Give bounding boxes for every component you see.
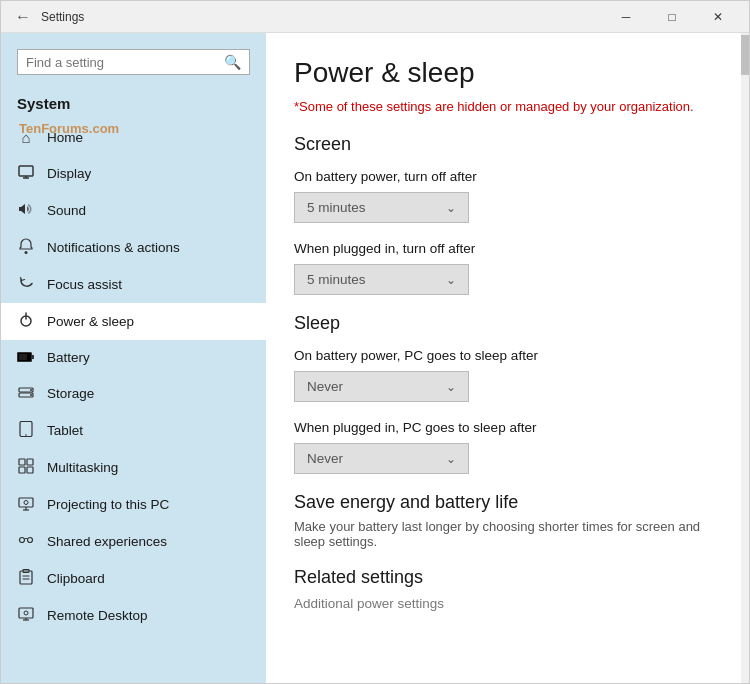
sidebar-item-projecting[interactable]: Projecting to this PC [1, 486, 266, 523]
org-warning: *Some of these settings are hidden or ma… [294, 99, 713, 114]
window-title: Settings [41, 10, 603, 24]
battery-icon [17, 349, 35, 366]
save-energy-section: Save energy and battery life Make your b… [294, 492, 713, 549]
svg-rect-15 [19, 459, 25, 465]
battery-sleep-dropdown[interactable]: Never ⌄ [294, 371, 469, 402]
sidebar-item-display[interactable]: Display [1, 155, 266, 192]
sidebar-item-clipboard[interactable]: Clipboard [1, 560, 266, 597]
search-icon: 🔍 [224, 54, 241, 70]
sidebar-item-storage-label: Storage [47, 386, 94, 401]
svg-rect-16 [27, 459, 33, 465]
screen-section-title: Screen [294, 134, 713, 155]
svg-rect-17 [19, 467, 25, 473]
plugged-sleep-label: When plugged in, PC goes to sleep after [294, 420, 713, 435]
shared-icon [17, 532, 35, 551]
page-title: Power & sleep [294, 57, 713, 89]
svg-rect-19 [19, 498, 33, 507]
plugged-sleep-arrow: ⌄ [446, 452, 456, 466]
focus-icon [17, 275, 35, 294]
settings-window: ← Settings ─ □ ✕ TenForums.com 🔍 System … [0, 0, 750, 684]
sidebar-item-notifications[interactable]: Notifications & actions [1, 229, 266, 266]
svg-rect-0 [19, 166, 33, 176]
minimize-button[interactable]: ─ [603, 1, 649, 33]
display-icon [17, 164, 35, 183]
sidebar-item-shared[interactable]: Shared experiences [1, 523, 266, 560]
main-content: Power & sleep *Some of these settings ar… [266, 33, 741, 683]
sidebar-item-battery-label: Battery [47, 350, 90, 365]
sidebar-section-label: System [1, 95, 266, 120]
svg-point-11 [30, 389, 32, 391]
sidebar-item-remote[interactable]: Remote Desktop [1, 597, 266, 634]
plugged-sleep-dropdown[interactable]: Never ⌄ [294, 443, 469, 474]
battery-screen-arrow: ⌄ [446, 201, 456, 215]
svg-point-23 [20, 538, 25, 543]
sidebar-item-tablet-label: Tablet [47, 423, 83, 438]
search-input[interactable] [26, 55, 224, 70]
scrollbar-thumb[interactable] [741, 35, 749, 75]
sidebar: TenForums.com 🔍 System ⌂ Home Display [1, 33, 266, 683]
sidebar-item-power[interactable]: Power & sleep [1, 303, 266, 340]
storage-icon [17, 384, 35, 403]
battery-screen-value: 5 minutes [307, 200, 366, 215]
svg-rect-29 [19, 608, 33, 618]
sidebar-item-remote-label: Remote Desktop [47, 608, 148, 623]
plugged-sleep-value: Never [307, 451, 343, 466]
sidebar-header: 🔍 [1, 33, 266, 95]
battery-screen-dropdown[interactable]: 5 minutes ⌄ [294, 192, 469, 223]
related-title: Related settings [294, 567, 713, 588]
sound-icon [17, 201, 35, 220]
sidebar-item-display-label: Display [47, 166, 91, 181]
sidebar-item-sound[interactable]: Sound [1, 192, 266, 229]
title-bar: ← Settings ─ □ ✕ [1, 1, 749, 33]
svg-point-3 [25, 251, 28, 254]
battery-sleep-arrow: ⌄ [446, 380, 456, 394]
back-button[interactable]: ← [9, 3, 37, 31]
sidebar-item-focus-label: Focus assist [47, 277, 122, 292]
svg-point-32 [24, 611, 28, 615]
svg-rect-8 [19, 354, 27, 360]
sidebar-item-shared-label: Shared experiences [47, 534, 167, 549]
plugged-screen-dropdown[interactable]: 5 minutes ⌄ [294, 264, 469, 295]
sidebar-item-tablet[interactable]: Tablet [1, 412, 266, 449]
sidebar-item-storage[interactable]: Storage [1, 375, 266, 412]
plugged-screen-arrow: ⌄ [446, 273, 456, 287]
sleep-section-title: Sleep [294, 313, 713, 334]
svg-point-14 [25, 434, 27, 436]
save-energy-title: Save energy and battery life [294, 492, 713, 513]
home-icon: ⌂ [17, 129, 35, 146]
plugged-screen-label: When plugged in, turn off after [294, 241, 713, 256]
window-controls: ─ □ ✕ [603, 1, 741, 33]
svg-point-22 [24, 501, 28, 505]
sidebar-item-notifications-label: Notifications & actions [47, 240, 180, 255]
multitasking-icon [17, 458, 35, 477]
projecting-icon [17, 495, 35, 514]
sidebar-item-sound-label: Sound [47, 203, 86, 218]
maximize-button[interactable]: □ [649, 1, 695, 33]
sidebar-item-battery[interactable]: Battery [1, 340, 266, 375]
sidebar-item-focus[interactable]: Focus assist [1, 266, 266, 303]
svg-point-12 [30, 394, 32, 396]
sidebar-item-clipboard-label: Clipboard [47, 571, 105, 586]
additional-power-link[interactable]: Additional power settings [294, 596, 713, 611]
scrollbar[interactable] [741, 33, 749, 683]
sidebar-item-power-label: Power & sleep [47, 314, 134, 329]
sidebar-item-multitasking-label: Multitasking [47, 460, 118, 475]
remote-icon [17, 606, 35, 625]
sidebar-item-home[interactable]: ⌂ Home [1, 120, 266, 155]
svg-rect-7 [32, 355, 35, 359]
power-icon [17, 312, 35, 331]
sidebar-item-projecting-label: Projecting to this PC [47, 497, 169, 512]
search-box[interactable]: 🔍 [17, 49, 250, 75]
sidebar-item-home-label: Home [47, 130, 83, 145]
close-button[interactable]: ✕ [695, 1, 741, 33]
tablet-icon [17, 421, 35, 440]
svg-point-24 [28, 538, 33, 543]
notifications-icon [17, 238, 35, 257]
content-area: TenForums.com 🔍 System ⌂ Home Display [1, 33, 749, 683]
plugged-screen-value: 5 minutes [307, 272, 366, 287]
battery-sleep-label: On battery power, PC goes to sleep after [294, 348, 713, 363]
battery-screen-label: On battery power, turn off after [294, 169, 713, 184]
clipboard-icon [17, 569, 35, 588]
sidebar-item-multitasking[interactable]: Multitasking [1, 449, 266, 486]
battery-sleep-value: Never [307, 379, 343, 394]
